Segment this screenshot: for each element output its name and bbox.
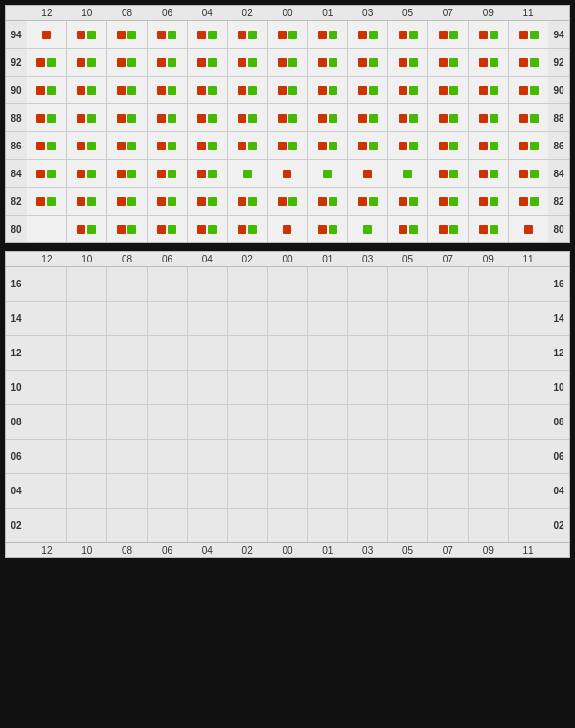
grid-cell — [469, 104, 509, 131]
empty-cell — [27, 267, 67, 301]
grid-cell — [308, 188, 348, 215]
empty-cell — [27, 336, 67, 370]
grid-cell — [67, 104, 107, 131]
y-label-right: 84 — [548, 169, 569, 179]
empty-cell — [388, 440, 428, 473]
empty-cell — [148, 405, 188, 439]
green-indicator — [127, 31, 136, 39]
empty-cell — [148, 474, 188, 508]
empty-cell — [148, 509, 188, 542]
grid-cell — [188, 216, 228, 242]
bottom-x-axis-top: 12100806040200010305070911 — [6, 252, 569, 267]
y-label-left: 92 — [6, 57, 27, 68]
y-label-right: 16 — [548, 279, 569, 289]
green-indicator — [490, 225, 498, 234]
empty-cell — [148, 371, 188, 404]
green-indicator — [530, 197, 539, 206]
red-indicator — [197, 58, 206, 67]
red-indicator — [519, 58, 528, 67]
x-label: 06 — [148, 252, 188, 266]
y-label-right: 80 — [548, 224, 569, 235]
empty-cell — [428, 302, 469, 335]
empty-cell — [428, 474, 469, 508]
x-label: 03 — [348, 543, 388, 557]
grid-cell — [148, 132, 188, 159]
green-indicator — [47, 197, 56, 206]
green-indicator — [530, 142, 539, 150]
x-label: 00 — [267, 252, 308, 266]
red-indicator — [399, 114, 407, 123]
red-indicator — [238, 225, 246, 234]
y-label-right: 90 — [548, 85, 569, 96]
x-label: 02 — [227, 252, 267, 266]
green-indicator — [530, 58, 539, 67]
grid-cell — [27, 188, 67, 215]
red-indicator — [439, 114, 448, 123]
grid-cell — [428, 77, 469, 103]
grid-cell — [107, 132, 148, 159]
red-indicator — [157, 197, 166, 206]
empty-cell — [469, 267, 509, 301]
grid-cell — [228, 21, 268, 48]
empty-cell — [388, 405, 428, 439]
grid-cell — [428, 49, 469, 76]
x-label: 01 — [308, 6, 348, 20]
empty-cell — [509, 336, 548, 370]
empty-row: 0202 — [6, 509, 569, 542]
grid-cell — [107, 188, 148, 215]
empty-row: 1616 — [6, 267, 569, 302]
green-indicator — [409, 225, 418, 234]
red-indicator — [439, 197, 448, 206]
red-indicator — [318, 225, 327, 234]
red-indicator — [283, 170, 291, 178]
y-label-left: 08 — [6, 417, 27, 427]
data-row: 8080 — [6, 216, 569, 242]
green-indicator — [208, 197, 217, 206]
x-label: 05 — [388, 6, 428, 20]
empty-cell — [188, 509, 228, 542]
red-indicator — [358, 142, 367, 150]
empty-cell — [107, 474, 148, 508]
empty-cell — [388, 336, 428, 370]
x-label: 08 — [107, 543, 148, 557]
grid-cell — [268, 132, 309, 159]
green-indicator — [329, 142, 337, 150]
grid-cell — [308, 77, 348, 103]
grid-cell — [188, 49, 228, 76]
green-indicator — [329, 58, 337, 67]
red-indicator — [77, 142, 85, 150]
green-indicator — [248, 58, 257, 67]
y-label-left: 94 — [6, 30, 27, 40]
red-indicator — [479, 197, 488, 206]
data-row: 8686 — [6, 132, 569, 160]
grid-cell — [509, 77, 548, 103]
grid-cell — [228, 77, 268, 103]
green-indicator — [87, 170, 96, 178]
x-label: 04 — [187, 252, 227, 266]
y-label-left: 04 — [6, 486, 27, 496]
green-indicator — [288, 58, 297, 67]
red-indicator — [439, 58, 448, 67]
empty-cell — [308, 267, 348, 301]
red-indicator — [519, 197, 528, 206]
red-indicator — [358, 31, 367, 39]
grid-cell — [228, 188, 268, 215]
empty-row: 1212 — [6, 336, 569, 371]
empty-cell — [148, 336, 188, 370]
grid-cell — [428, 188, 469, 215]
red-indicator — [117, 197, 126, 206]
empty-cell — [348, 336, 388, 370]
grid-cell — [148, 49, 188, 76]
empty-cell — [308, 509, 348, 542]
red-indicator — [36, 197, 45, 206]
empty-cell — [308, 371, 348, 404]
green-indicator — [449, 142, 458, 150]
empty-cell — [388, 302, 428, 335]
red-indicator — [479, 114, 488, 123]
empty-cell — [348, 474, 388, 508]
grid-cell — [188, 160, 228, 187]
grid-cell — [67, 21, 107, 48]
empty-cell — [148, 440, 188, 473]
x-label: 11 — [508, 543, 548, 557]
red-indicator — [278, 31, 287, 39]
